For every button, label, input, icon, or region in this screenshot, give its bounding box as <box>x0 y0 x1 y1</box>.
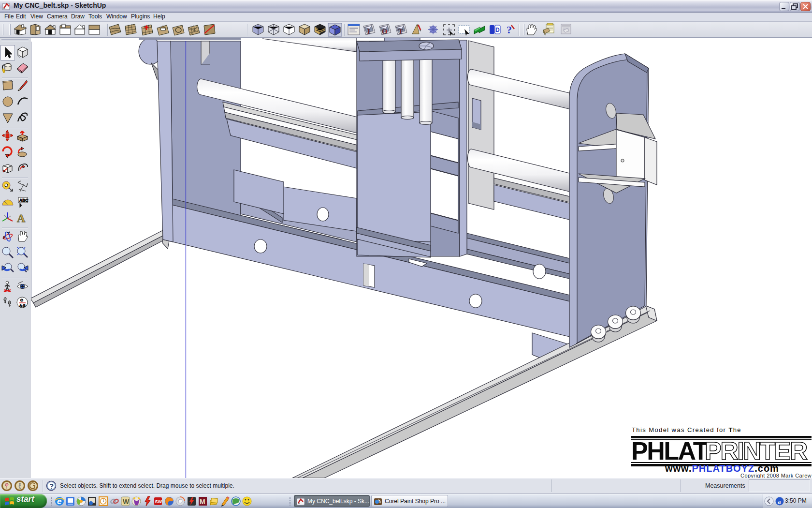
svg-text:?: ? <box>49 482 54 490</box>
svg-text:O: O <box>382 28 388 35</box>
svg-text:A-5: A-5 <box>19 303 25 308</box>
svg-text:ABC: ABC <box>19 198 28 203</box>
svg-text:A: A <box>17 212 26 224</box>
svg-text:T: T <box>398 28 403 35</box>
svg-text:SW: SW <box>155 499 162 504</box>
svg-text:M: M <box>200 498 205 506</box>
svg-text:W: W <box>123 498 130 506</box>
svg-text:www.PHLATBOYZ.com: www.PHLATBOYZ.com <box>665 463 779 474</box>
svg-text:PRINTER: PRINTER <box>705 437 808 465</box>
svg-text:D: D <box>495 27 500 33</box>
svg-text:C: C <box>20 298 23 302</box>
svg-text:a: a <box>778 498 781 505</box>
svg-text:PHLAT: PHLAT <box>631 437 709 465</box>
svg-text:I: I <box>367 28 370 35</box>
